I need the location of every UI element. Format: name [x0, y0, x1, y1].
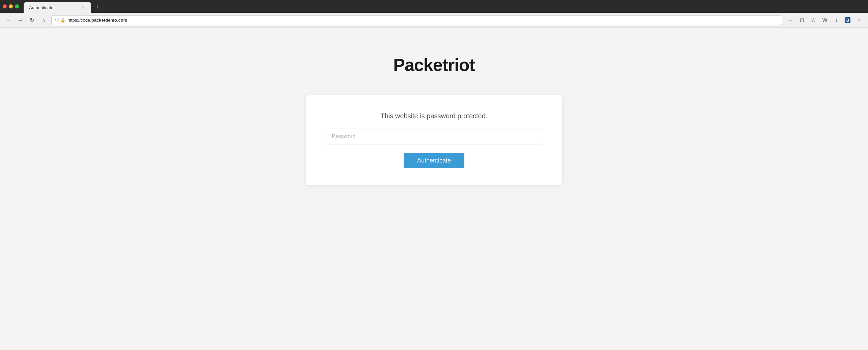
bookmark-icon: ☆: [811, 17, 816, 23]
nav-right-controls: ··· ⊡ ☆ W ↓ B ≡: [786, 16, 864, 25]
menu-icon: ≡: [858, 17, 861, 23]
password-input[interactable]: [326, 128, 542, 145]
forward-button[interactable]: →: [16, 16, 25, 25]
download-icon: ↓: [835, 17, 838, 23]
pocket-button[interactable]: ⊡: [797, 16, 807, 25]
traffic-lights: [3, 4, 19, 8]
authenticate-button[interactable]: Authenticate: [404, 153, 464, 168]
auth-card: This website is password protected. Auth…: [306, 95, 562, 185]
url-domain: packetdemo.com: [91, 18, 127, 23]
close-button[interactable]: [3, 4, 7, 8]
back-button[interactable]: ←: [4, 16, 13, 25]
menu-button[interactable]: ≡: [855, 16, 864, 25]
site-title: Packetriot: [393, 55, 474, 75]
lock-icon: 🔒: [60, 18, 65, 23]
home-button[interactable]: ⌂: [38, 16, 48, 25]
back-icon: ←: [6, 17, 11, 23]
tab-bar: Authenticate × +: [0, 0, 868, 13]
url-text: https://code.packetdemo.com: [67, 18, 779, 23]
more-icon: ···: [788, 17, 792, 23]
forward-icon: →: [18, 17, 23, 23]
extensions-icon: W: [822, 17, 827, 23]
address-bar[interactable]: 🛡 🔒 https://code.packetdemo.com: [51, 15, 782, 25]
shield-icon: 🛡: [55, 18, 59, 23]
extensions-button[interactable]: W: [820, 16, 830, 25]
bitwarden-icon: B: [845, 17, 851, 23]
more-options-button[interactable]: ···: [786, 16, 795, 25]
page-content: Packetriot This website is password prot…: [0, 28, 868, 350]
address-bar-security-icons: 🛡 🔒: [55, 18, 65, 23]
bitwarden-button[interactable]: B: [843, 16, 852, 25]
new-tab-button[interactable]: +: [92, 2, 102, 12]
active-tab[interactable]: Authenticate ×: [24, 2, 91, 13]
minimize-button[interactable]: [9, 4, 13, 8]
pocket-icon: ⊡: [800, 17, 804, 23]
home-icon: ⌂: [42, 17, 45, 23]
bookmark-button[interactable]: ☆: [809, 16, 818, 25]
maximize-button[interactable]: [15, 4, 19, 8]
refresh-button[interactable]: ↻: [27, 16, 36, 25]
card-description: This website is password protected.: [381, 112, 488, 120]
url-prefix: https://code.: [67, 18, 91, 23]
tab-title: Authenticate: [29, 5, 53, 10]
tab-close-button[interactable]: ×: [80, 5, 86, 10]
refresh-icon: ↻: [30, 17, 34, 23]
nav-bar: ← → ↻ ⌂ 🛡 🔒 https://code.packetdemo.com …: [0, 13, 868, 28]
browser-chrome: Authenticate × +: [0, 0, 868, 13]
download-button[interactable]: ↓: [832, 16, 841, 25]
